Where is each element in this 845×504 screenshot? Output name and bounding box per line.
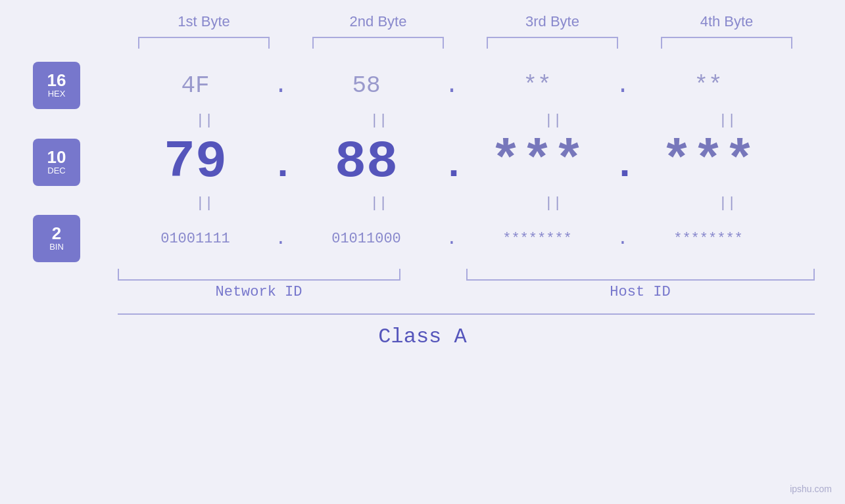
hex-byte3-group: ** .: [462, 72, 633, 99]
dec-byte3-group: *** .: [462, 132, 633, 192]
bin-dot1: .: [271, 229, 291, 249]
hex-byte3-value: **: [523, 72, 551, 99]
bracket-1: [138, 37, 270, 49]
hex-byte4-value: **: [694, 72, 722, 99]
bin-badge-number: 2: [52, 225, 61, 242]
watermark: ipshu.com: [790, 484, 832, 494]
eq1-1: ||: [129, 112, 280, 129]
bin-byte1-col: 01001111: [120, 231, 271, 247]
dec-byte3-col: ***: [462, 132, 613, 192]
hex-badge: 16 HEX: [33, 62, 80, 109]
dec-dot3: .: [613, 143, 633, 188]
dec-row: 10 DEC 79 . 88 . *** .: [0, 132, 845, 192]
bracket-4: [661, 37, 792, 49]
bin-badge-label: BIN: [49, 242, 64, 252]
hex-dot3: .: [613, 72, 633, 99]
hex-dot2: .: [442, 72, 462, 99]
hex-byte2-group: 58 .: [291, 72, 462, 99]
bin-row: 2 BIN 01001111 . 01011000 . ******** .: [0, 215, 845, 262]
hex-byte1-value: 4F: [181, 72, 209, 99]
hex-byte4-col: **: [633, 72, 784, 99]
hex-badge-number: 16: [47, 72, 66, 89]
hex-dot1: .: [271, 72, 291, 99]
bottom-labels: Network ID Host ID: [118, 284, 815, 300]
bin-dot3: .: [613, 229, 633, 249]
host-id-label: Host ID: [466, 284, 815, 300]
eq2-1: ||: [129, 195, 280, 212]
byte3-header: 3rd Byte: [477, 13, 628, 30]
byte-headers: 1st Byte 2nd Byte 3rd Byte 4th Byte: [117, 13, 814, 30]
dec-dot1: .: [271, 143, 291, 188]
dec-byte1-col: 79: [120, 132, 271, 192]
hex-byte1-col: 4F: [120, 72, 271, 99]
dec-byte4-value: ***: [661, 132, 756, 192]
bin-dot2: .: [442, 229, 462, 249]
bin-badge: 2 BIN: [33, 215, 80, 262]
bin-byte1-group: 01001111 .: [120, 229, 291, 249]
equals-row-1: || || || ||: [118, 112, 815, 129]
dec-badge-label: DEC: [47, 166, 65, 176]
dec-byte2-col: 88: [291, 132, 442, 192]
dec-byte2-group: 88 .: [291, 132, 462, 192]
eq2-2: ||: [303, 195, 454, 212]
main-container: 1st Byte 2nd Byte 3rd Byte 4th Byte 16 H…: [0, 0, 845, 504]
bottom-bracket-area: Network ID Host ID: [118, 269, 815, 300]
byte1-header: 1st Byte: [128, 13, 279, 30]
dec-values: 79 . 88 . *** . ***: [120, 132, 845, 192]
dec-byte4-col: ***: [633, 132, 784, 192]
bracket-spacer: [400, 269, 433, 281]
bottom-brackets: [118, 269, 815, 281]
hex-byte2-col: 58: [291, 72, 442, 99]
bin-byte4-group: ********: [633, 231, 784, 247]
dec-byte1-value: 79: [164, 132, 227, 192]
dec-byte1-group: 79 .: [120, 132, 291, 192]
bin-byte3-value: ********: [502, 231, 572, 247]
hex-byte4-group: **: [633, 72, 784, 99]
dec-byte4-group: ***: [633, 132, 784, 192]
bin-byte4-value: ********: [673, 231, 743, 247]
top-brackets: [117, 37, 814, 49]
hex-values: 4F . 58 . ** . **: [120, 72, 845, 99]
bracket-3: [487, 37, 618, 49]
equals-row-2: || || || ||: [118, 195, 815, 212]
bin-byte1-value: 01001111: [160, 231, 230, 247]
bin-byte3-group: ******** .: [462, 229, 633, 249]
eq2-4: ||: [652, 195, 803, 212]
eq1-2: ||: [303, 112, 454, 129]
byte4-header: 4th Byte: [651, 13, 802, 30]
network-bracket: [118, 269, 400, 281]
dec-byte2-value: 88: [335, 132, 398, 192]
hex-byte1-group: 4F .: [120, 72, 291, 99]
hex-byte2-value: 58: [352, 72, 380, 99]
bin-byte2-value: 01011000: [331, 231, 401, 247]
eq1-3: ||: [477, 112, 629, 129]
bin-byte4-col: ********: [633, 231, 784, 247]
dec-dot2: .: [442, 143, 462, 188]
bracket-2: [312, 37, 444, 49]
label-spacer: [400, 284, 433, 300]
byte2-header: 2nd Byte: [302, 13, 454, 30]
bin-byte2-col: 01011000: [291, 231, 442, 247]
class-bracket-line: [118, 313, 815, 315]
eq2-3: ||: [477, 195, 629, 212]
dec-badge: 10 DEC: [33, 139, 80, 186]
hex-row: 16 HEX 4F . 58 . ** .: [0, 62, 845, 109]
bin-values: 01001111 . 01011000 . ******** . *******…: [120, 229, 845, 249]
hex-byte3-col: **: [462, 72, 613, 99]
dec-badge-number: 10: [47, 149, 66, 166]
dec-byte3-value: ***: [490, 132, 585, 192]
host-bracket: [466, 269, 815, 281]
bin-byte3-col: ********: [462, 231, 613, 247]
eq1-4: ||: [652, 112, 803, 129]
network-id-label: Network ID: [118, 284, 400, 300]
hex-badge-label: HEX: [48, 89, 66, 99]
class-label: Class A: [378, 325, 466, 349]
bin-byte2-group: 01011000 .: [291, 229, 462, 249]
